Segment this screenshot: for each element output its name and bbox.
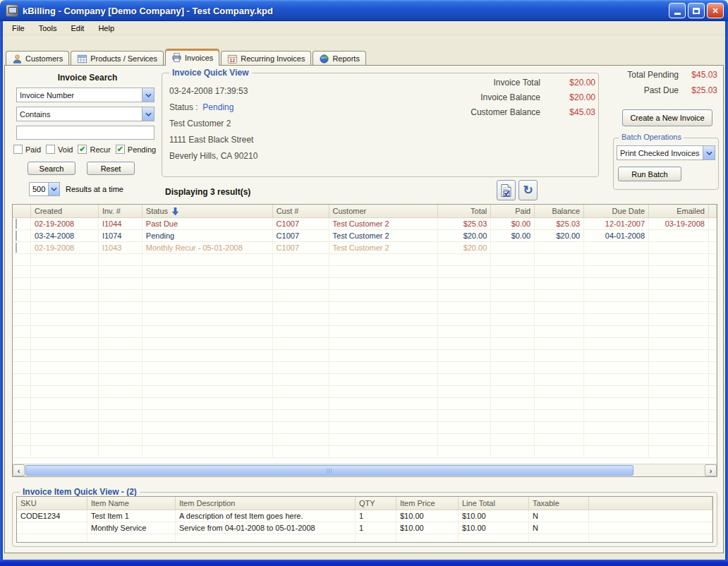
chevron-down-icon[interactable] bbox=[142, 107, 154, 121]
item-grid-body: CODE1234Test Item 1A description of test… bbox=[17, 510, 712, 543]
item-column-header-qty[interactable]: QTY bbox=[356, 497, 396, 510]
column-header-inv-[interactable]: Inv. # bbox=[99, 205, 142, 217]
invoice-row[interactable]: 03-24-2008I1074PendingC1007Test Customer… bbox=[13, 230, 717, 242]
paid-checkbox[interactable] bbox=[13, 145, 23, 154]
customer-name: Test Customer 2 bbox=[169, 119, 257, 128]
menu-edit[interactable]: Edit bbox=[64, 23, 90, 34]
cell-emailed: 03-19-2008 bbox=[649, 218, 709, 230]
pending-checkbox[interactable]: ✔ bbox=[116, 145, 125, 154]
batch-operation-select[interactable]: Print Checked Invoices bbox=[617, 145, 715, 160]
minimize-button[interactable] bbox=[669, 3, 686, 18]
menu-help[interactable]: Help bbox=[92, 23, 121, 34]
column-header-customer[interactable]: Customer bbox=[329, 205, 439, 217]
chevron-down-icon[interactable] bbox=[48, 183, 59, 195]
horizontal-scrollbar[interactable]: ‹ › bbox=[13, 464, 717, 476]
menu-file[interactable]: File bbox=[6, 23, 31, 34]
results-count-select[interactable]: 500 bbox=[29, 182, 60, 196]
search-query-field[interactable] bbox=[17, 126, 154, 139]
empty-cell bbox=[535, 350, 584, 362]
item-column-header-item-name[interactable]: Item Name bbox=[87, 497, 176, 510]
column-header-balance[interactable]: Balance bbox=[535, 205, 584, 217]
run-batch-button[interactable]: Run Batch bbox=[618, 167, 681, 181]
title-bar[interactable]: kBilling - Company [Demo Company] - Test… bbox=[0, 0, 728, 21]
empty-cell bbox=[709, 350, 717, 362]
past-due-value: $25.03 bbox=[679, 85, 719, 95]
invoice-grid: CreatedInv. #StatusCust #CustomerTotalPa… bbox=[12, 204, 717, 477]
chevron-down-icon[interactable] bbox=[142, 88, 154, 102]
check-all-button[interactable] bbox=[497, 180, 516, 200]
empty-cell bbox=[31, 266, 99, 278]
column-header-created[interactable]: Created bbox=[31, 205, 99, 217]
item-column-header-line-total[interactable]: Line Total bbox=[459, 497, 529, 510]
empty-cell bbox=[329, 350, 439, 362]
item-row[interactable]: Monthly ServiceService from 04-01-2008 t… bbox=[17, 522, 712, 534]
empty-cell bbox=[13, 314, 31, 326]
column-header-due-date[interactable]: Due Date bbox=[584, 205, 649, 217]
item-column-header-item-price[interactable]: Item Price bbox=[396, 497, 459, 510]
maximize-button[interactable] bbox=[688, 3, 705, 18]
maximize-icon bbox=[693, 8, 700, 14]
column-header-paid[interactable]: Paid bbox=[491, 205, 535, 217]
search-button[interactable]: Search bbox=[28, 162, 75, 175]
search-match-select[interactable]: Contains bbox=[16, 107, 154, 121]
empty-row bbox=[13, 266, 717, 278]
empty-cell bbox=[31, 422, 99, 434]
empty-cell bbox=[329, 278, 439, 290]
row-checkbox-cell bbox=[13, 242, 31, 254]
item-column-header-item-description[interactable]: Item Description bbox=[176, 497, 356, 510]
column-header-total[interactable]: Total bbox=[438, 205, 491, 217]
empty-cell bbox=[142, 278, 273, 290]
empty-cell bbox=[329, 374, 439, 386]
column-header-emailed[interactable]: Emailed bbox=[649, 205, 709, 217]
item-column-header-taxable[interactable]: Taxable bbox=[529, 497, 589, 510]
quick-view-details: 03-24-2008 17:39:53 Status : Pending Tes… bbox=[169, 86, 257, 167]
create-new-invoice-button[interactable]: Create a New Invoice bbox=[622, 109, 712, 126]
menu-tools[interactable]: Tools bbox=[32, 23, 63, 34]
empty-cell bbox=[142, 290, 273, 302]
row-checkbox[interactable] bbox=[16, 219, 17, 229]
column-header-cust-[interactable]: Cust # bbox=[273, 205, 329, 217]
recur-checkbox[interactable]: ✔ bbox=[78, 145, 87, 154]
cell-status: Monthly Recur - 05-01-2008 bbox=[142, 242, 273, 254]
tab-recurring-invoices[interactable]: 12 Recurring Invoices bbox=[221, 51, 311, 66]
scroll-left-button[interactable]: ‹ bbox=[13, 464, 25, 476]
scrollbar-track[interactable] bbox=[25, 464, 705, 476]
refresh-button[interactable]: ↻ bbox=[518, 180, 538, 200]
scrollbar-thumb[interactable] bbox=[25, 465, 633, 476]
invoice-balance-value: $20.00 bbox=[540, 92, 595, 102]
empty-cell bbox=[709, 398, 717, 410]
tab-invoices[interactable]: Invoices bbox=[165, 49, 219, 66]
window-border-bottom bbox=[0, 560, 728, 566]
search-query-input[interactable] bbox=[16, 126, 154, 140]
empty-cell bbox=[273, 326, 329, 338]
void-checkbox[interactable] bbox=[46, 145, 55, 154]
invoice-item-quick-view-group: Invoice Item Quick View - (2) SKUItem Na… bbox=[12, 492, 717, 547]
empty-cell bbox=[273, 422, 329, 434]
empty-row bbox=[13, 386, 717, 398]
empty-cell bbox=[584, 410, 649, 422]
item-grid: SKUItem NameItem DescriptionQTYItem Pric… bbox=[16, 496, 713, 543]
calendar-icon: 12 bbox=[227, 54, 238, 64]
empty-cell bbox=[438, 422, 491, 434]
empty-cell bbox=[329, 254, 439, 266]
tab-products-services[interactable]: Products / Services bbox=[71, 51, 164, 66]
reset-button[interactable]: Reset bbox=[87, 162, 135, 175]
scroll-right-button[interactable]: › bbox=[705, 464, 717, 476]
invoice-row[interactable]: 02-19-2008I1044Past DueC1007Test Custome… bbox=[13, 218, 717, 230]
close-button[interactable]: ✕ bbox=[707, 3, 724, 18]
tab-reports[interactable]: Reports bbox=[313, 51, 366, 66]
search-field-select[interactable]: Invoice Number bbox=[16, 88, 154, 102]
empty-cell bbox=[709, 434, 717, 446]
row-checkbox[interactable] bbox=[16, 231, 17, 241]
empty-cell bbox=[535, 386, 584, 398]
chevron-down-icon[interactable] bbox=[703, 146, 715, 159]
item-row[interactable]: CODE1234Test Item 1A description of test… bbox=[17, 510, 712, 522]
tab-customers[interactable]: Customers bbox=[6, 51, 69, 66]
empty-cell bbox=[491, 278, 535, 290]
invoice-row[interactable]: 02-19-2008I1043Monthly Recur - 05-01-200… bbox=[13, 242, 717, 254]
row-checkbox[interactable] bbox=[16, 243, 17, 253]
item-column-header-sku[interactable]: SKU bbox=[17, 497, 87, 510]
column-header-status[interactable]: Status bbox=[142, 205, 273, 217]
empty-row bbox=[13, 362, 717, 374]
item-cell-price: $10.00 bbox=[396, 510, 459, 522]
